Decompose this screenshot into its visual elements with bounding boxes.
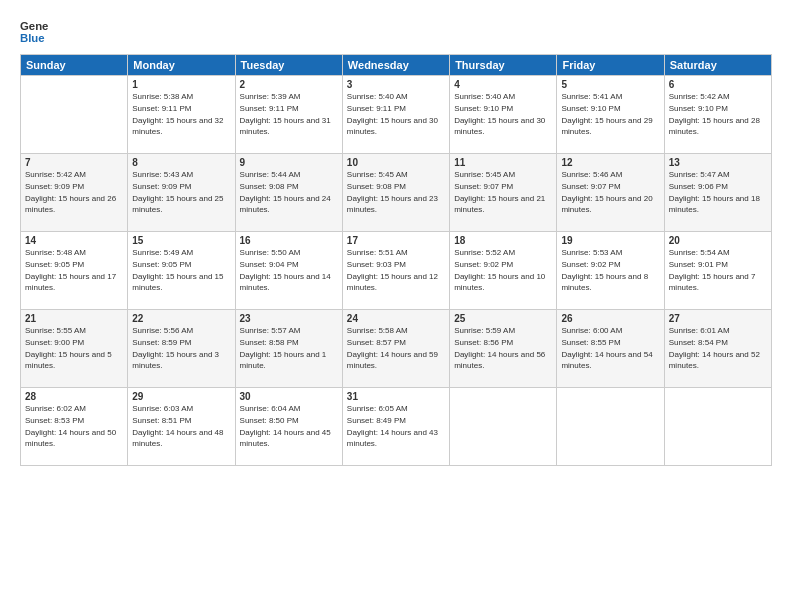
header-cell-tuesday: Tuesday [235, 55, 342, 76]
calendar-cell: 8 Sunrise: 5:43 AMSunset: 9:09 PMDayligh… [128, 154, 235, 232]
day-number: 3 [347, 79, 445, 90]
week-row-3: 14 Sunrise: 5:48 AMSunset: 9:05 PMDaylig… [21, 232, 772, 310]
day-number: 29 [132, 391, 230, 402]
day-info: Sunrise: 5:43 AMSunset: 9:09 PMDaylight:… [132, 170, 223, 214]
calendar-cell: 4 Sunrise: 5:40 AMSunset: 9:10 PMDayligh… [450, 76, 557, 154]
calendar-cell: 21 Sunrise: 5:55 AMSunset: 9:00 PMDaylig… [21, 310, 128, 388]
logo-icon: General Blue [20, 18, 48, 46]
svg-text:Blue: Blue [20, 32, 45, 44]
calendar-cell: 16 Sunrise: 5:50 AMSunset: 9:04 PMDaylig… [235, 232, 342, 310]
calendar-cell: 20 Sunrise: 5:54 AMSunset: 9:01 PMDaylig… [664, 232, 771, 310]
day-number: 20 [669, 235, 767, 246]
day-info: Sunrise: 5:47 AMSunset: 9:06 PMDaylight:… [669, 170, 760, 214]
calendar-cell: 7 Sunrise: 5:42 AMSunset: 9:09 PMDayligh… [21, 154, 128, 232]
week-row-1: 1 Sunrise: 5:38 AMSunset: 9:11 PMDayligh… [21, 76, 772, 154]
calendar-cell: 17 Sunrise: 5:51 AMSunset: 9:03 PMDaylig… [342, 232, 449, 310]
logo: General Blue [20, 18, 48, 46]
day-number: 7 [25, 157, 123, 168]
day-info: Sunrise: 5:39 AMSunset: 9:11 PMDaylight:… [240, 92, 331, 136]
day-number: 28 [25, 391, 123, 402]
day-number: 21 [25, 313, 123, 324]
calendar-cell: 28 Sunrise: 6:02 AMSunset: 8:53 PMDaylig… [21, 388, 128, 466]
day-info: Sunrise: 5:55 AMSunset: 9:00 PMDaylight:… [25, 326, 112, 370]
day-info: Sunrise: 5:49 AMSunset: 9:05 PMDaylight:… [132, 248, 223, 292]
calendar-cell: 10 Sunrise: 5:45 AMSunset: 9:08 PMDaylig… [342, 154, 449, 232]
calendar-cell: 25 Sunrise: 5:59 AMSunset: 8:56 PMDaylig… [450, 310, 557, 388]
day-number: 1 [132, 79, 230, 90]
header-cell-thursday: Thursday [450, 55, 557, 76]
calendar-cell: 29 Sunrise: 6:03 AMSunset: 8:51 PMDaylig… [128, 388, 235, 466]
calendar-cell: 11 Sunrise: 5:45 AMSunset: 9:07 PMDaylig… [450, 154, 557, 232]
calendar-header-row: SundayMondayTuesdayWednesdayThursdayFrid… [21, 55, 772, 76]
day-number: 23 [240, 313, 338, 324]
day-number: 8 [132, 157, 230, 168]
day-info: Sunrise: 6:01 AMSunset: 8:54 PMDaylight:… [669, 326, 760, 370]
header-cell-monday: Monday [128, 55, 235, 76]
day-info: Sunrise: 5:40 AMSunset: 9:11 PMDaylight:… [347, 92, 438, 136]
calendar-cell [21, 76, 128, 154]
day-number: 31 [347, 391, 445, 402]
day-info: Sunrise: 5:54 AMSunset: 9:01 PMDaylight:… [669, 248, 756, 292]
day-info: Sunrise: 5:40 AMSunset: 9:10 PMDaylight:… [454, 92, 545, 136]
day-info: Sunrise: 6:04 AMSunset: 8:50 PMDaylight:… [240, 404, 331, 448]
calendar-cell: 1 Sunrise: 5:38 AMSunset: 9:11 PMDayligh… [128, 76, 235, 154]
day-info: Sunrise: 5:41 AMSunset: 9:10 PMDaylight:… [561, 92, 652, 136]
day-info: Sunrise: 5:38 AMSunset: 9:11 PMDaylight:… [132, 92, 223, 136]
svg-text:General: General [20, 20, 48, 32]
day-info: Sunrise: 5:56 AMSunset: 8:59 PMDaylight:… [132, 326, 219, 370]
calendar-cell: 19 Sunrise: 5:53 AMSunset: 9:02 PMDaylig… [557, 232, 664, 310]
day-number: 18 [454, 235, 552, 246]
calendar-cell: 15 Sunrise: 5:49 AMSunset: 9:05 PMDaylig… [128, 232, 235, 310]
day-number: 30 [240, 391, 338, 402]
day-number: 2 [240, 79, 338, 90]
header-cell-wednesday: Wednesday [342, 55, 449, 76]
calendar-cell: 24 Sunrise: 5:58 AMSunset: 8:57 PMDaylig… [342, 310, 449, 388]
calendar-cell: 14 Sunrise: 5:48 AMSunset: 9:05 PMDaylig… [21, 232, 128, 310]
calendar-cell: 26 Sunrise: 6:00 AMSunset: 8:55 PMDaylig… [557, 310, 664, 388]
week-row-2: 7 Sunrise: 5:42 AMSunset: 9:09 PMDayligh… [21, 154, 772, 232]
day-number: 12 [561, 157, 659, 168]
header-cell-saturday: Saturday [664, 55, 771, 76]
calendar-cell: 2 Sunrise: 5:39 AMSunset: 9:11 PMDayligh… [235, 76, 342, 154]
day-info: Sunrise: 5:45 AMSunset: 9:07 PMDaylight:… [454, 170, 545, 214]
calendar-cell: 22 Sunrise: 5:56 AMSunset: 8:59 PMDaylig… [128, 310, 235, 388]
day-info: Sunrise: 6:02 AMSunset: 8:53 PMDaylight:… [25, 404, 116, 448]
day-info: Sunrise: 5:59 AMSunset: 8:56 PMDaylight:… [454, 326, 545, 370]
day-info: Sunrise: 5:44 AMSunset: 9:08 PMDaylight:… [240, 170, 331, 214]
calendar-cell: 5 Sunrise: 5:41 AMSunset: 9:10 PMDayligh… [557, 76, 664, 154]
calendar-cell: 18 Sunrise: 5:52 AMSunset: 9:02 PMDaylig… [450, 232, 557, 310]
day-info: Sunrise: 5:51 AMSunset: 9:03 PMDaylight:… [347, 248, 438, 292]
day-number: 17 [347, 235, 445, 246]
day-number: 22 [132, 313, 230, 324]
day-number: 10 [347, 157, 445, 168]
day-info: Sunrise: 6:03 AMSunset: 8:51 PMDaylight:… [132, 404, 223, 448]
day-info: Sunrise: 5:42 AMSunset: 9:10 PMDaylight:… [669, 92, 760, 136]
calendar-body: 1 Sunrise: 5:38 AMSunset: 9:11 PMDayligh… [21, 76, 772, 466]
day-number: 11 [454, 157, 552, 168]
calendar-cell [664, 388, 771, 466]
day-info: Sunrise: 5:46 AMSunset: 9:07 PMDaylight:… [561, 170, 652, 214]
day-number: 19 [561, 235, 659, 246]
day-number: 9 [240, 157, 338, 168]
day-info: Sunrise: 5:52 AMSunset: 9:02 PMDaylight:… [454, 248, 545, 292]
day-info: Sunrise: 6:00 AMSunset: 8:55 PMDaylight:… [561, 326, 652, 370]
day-number: 4 [454, 79, 552, 90]
calendar-cell: 9 Sunrise: 5:44 AMSunset: 9:08 PMDayligh… [235, 154, 342, 232]
calendar-cell: 31 Sunrise: 6:05 AMSunset: 8:49 PMDaylig… [342, 388, 449, 466]
week-row-4: 21 Sunrise: 5:55 AMSunset: 9:00 PMDaylig… [21, 310, 772, 388]
calendar-table: SundayMondayTuesdayWednesdayThursdayFrid… [20, 54, 772, 466]
calendar-cell [450, 388, 557, 466]
calendar-cell: 6 Sunrise: 5:42 AMSunset: 9:10 PMDayligh… [664, 76, 771, 154]
day-number: 16 [240, 235, 338, 246]
page-header: General Blue [20, 18, 772, 46]
calendar-cell: 13 Sunrise: 5:47 AMSunset: 9:06 PMDaylig… [664, 154, 771, 232]
calendar-cell: 12 Sunrise: 5:46 AMSunset: 9:07 PMDaylig… [557, 154, 664, 232]
day-number: 26 [561, 313, 659, 324]
day-info: Sunrise: 5:48 AMSunset: 9:05 PMDaylight:… [25, 248, 116, 292]
header-cell-sunday: Sunday [21, 55, 128, 76]
day-number: 15 [132, 235, 230, 246]
day-number: 25 [454, 313, 552, 324]
day-info: Sunrise: 5:42 AMSunset: 9:09 PMDaylight:… [25, 170, 116, 214]
day-info: Sunrise: 6:05 AMSunset: 8:49 PMDaylight:… [347, 404, 438, 448]
header-cell-friday: Friday [557, 55, 664, 76]
